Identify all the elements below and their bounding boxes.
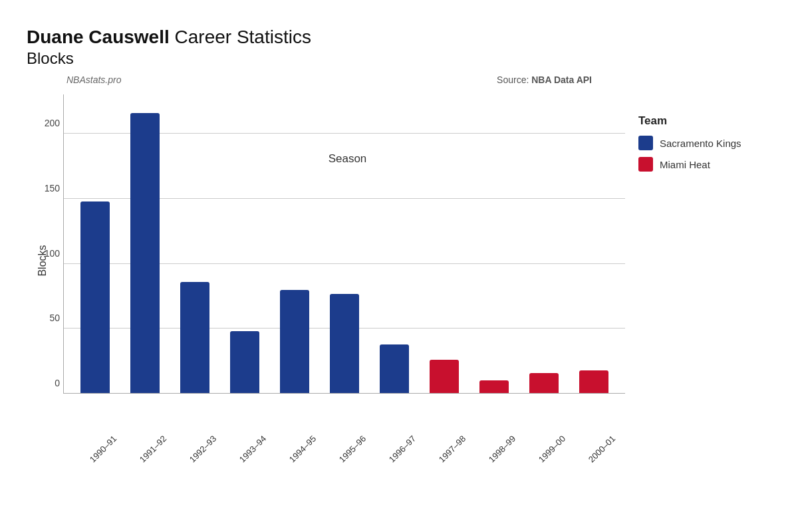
y-tick-label: 200	[33, 118, 60, 128]
bar-wrapper	[269, 290, 319, 394]
legend-swatch	[638, 157, 653, 172]
y-tick-label: 150	[33, 183, 60, 194]
chart-area: NBAstats.pro Source: NBA Data API Blocks…	[27, 74, 632, 447]
bar-1996–97	[380, 344, 409, 394]
x-label-text: 1998–99	[487, 434, 517, 464]
bar-1991–92	[130, 113, 160, 394]
source-right: Source: NBA Data API	[497, 74, 592, 85]
x-label-text: 1993–94	[237, 434, 268, 464]
bar-1998–99	[479, 380, 509, 394]
x-label: 1998–99	[469, 428, 519, 444]
x-label-text: 1991–92	[138, 434, 168, 464]
bar-wrapper	[469, 380, 519, 394]
x-label: 1997–98	[419, 428, 469, 444]
axis-bottom	[63, 393, 625, 394]
legend-label: Miami Heat	[660, 159, 710, 170]
x-labels: 1990–911991–921992–931993–941994–951995–…	[63, 428, 625, 444]
bar-1999–00	[529, 373, 559, 394]
x-label-text: 1992–93	[188, 434, 218, 464]
x-label-text: 1995–96	[337, 434, 368, 464]
x-label: 1999–00	[519, 428, 569, 444]
bars-row	[63, 94, 625, 394]
legend-item: Sacramento Kings	[638, 136, 771, 150]
y-tick-label: 0	[33, 378, 60, 388]
x-label-text: 1994–95	[287, 434, 318, 464]
bar-wrapper	[519, 373, 569, 394]
bar-1992–93	[180, 282, 209, 394]
bar-wrapper	[319, 294, 369, 394]
bar-wrapper	[569, 370, 618, 394]
bar-1997–98	[430, 360, 459, 394]
x-label-text: 1997–98	[437, 434, 467, 464]
title-rest: Career Statistics	[170, 27, 311, 47]
chart-inner: 050100150200 1990–911991–921992–931993–9…	[63, 94, 625, 394]
chart-container: NBAstats.pro Source: NBA Data API Blocks…	[27, 74, 771, 447]
bar-wrapper	[70, 201, 120, 394]
x-label: 1990–91	[70, 428, 120, 444]
x-label: 1993–94	[219, 428, 269, 444]
bar-1994–95	[280, 290, 309, 394]
y-tick-label: 100	[33, 248, 60, 259]
bar-1990–91	[80, 201, 110, 394]
legend-item: Miami Heat	[638, 157, 771, 172]
source-line: NBAstats.pro Source: NBA Data API	[27, 74, 632, 89]
legend-area: Team Sacramento KingsMiami Heat	[632, 74, 771, 447]
x-label: 1991–92	[120, 428, 170, 444]
legend-label: Sacramento Kings	[660, 138, 741, 149]
bar-wrapper	[120, 113, 170, 394]
x-label: 2000–01	[569, 428, 618, 444]
x-label: 1995–96	[319, 428, 369, 444]
legend-swatch	[638, 136, 653, 150]
bar-wrapper	[170, 282, 219, 394]
x-label: 1996–97	[369, 428, 419, 444]
x-label-text: 1999–00	[537, 434, 567, 464]
legend-items: Sacramento KingsMiami Heat	[638, 136, 771, 172]
source-italic: NBAstats.pro	[66, 74, 121, 85]
x-label: 1994–95	[269, 428, 319, 444]
bar-2000–01	[579, 370, 608, 394]
x-label: 1992–93	[170, 428, 219, 444]
x-label-text: 2000–01	[587, 434, 617, 464]
x-label-text: 1990–91	[88, 434, 118, 464]
page-title: Duane Causwell Career Statistics	[27, 27, 771, 48]
legend-title: Team	[638, 114, 771, 128]
bar-wrapper	[419, 360, 469, 394]
bar-wrapper	[219, 331, 269, 394]
x-label-text: 1996–97	[387, 434, 418, 464]
axis-left	[63, 94, 64, 394]
bar-wrapper	[369, 344, 419, 394]
bar-1995–96	[330, 294, 359, 394]
bar-1993–94	[230, 331, 259, 394]
title-bold: Duane Causwell	[27, 27, 170, 47]
y-tick-label: 50	[33, 313, 60, 323]
title-area: Duane Causwell Career Statistics Blocks	[27, 27, 771, 68]
chart-subtitle: Blocks	[27, 49, 771, 68]
